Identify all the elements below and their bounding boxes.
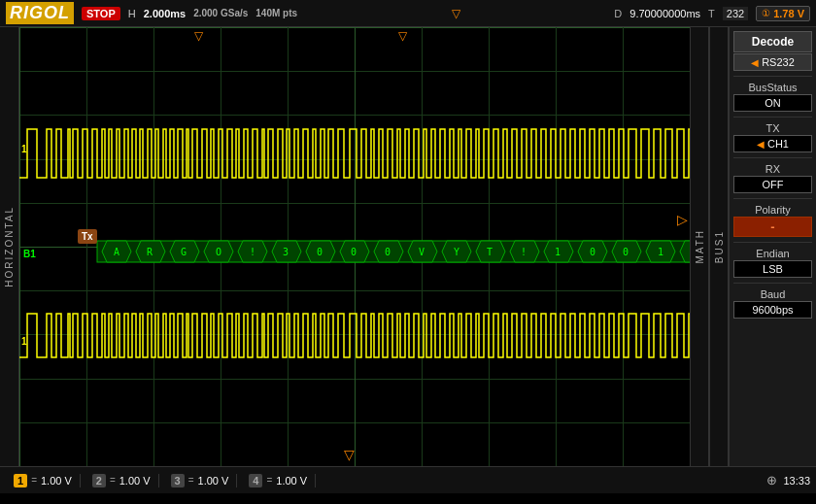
baud-value-text: 9600bps xyxy=(752,304,793,316)
svg-text:V: V xyxy=(419,247,425,257)
busstatus-label: BusStatus xyxy=(733,82,812,93)
t-label: T xyxy=(708,8,715,19)
svg-text:G: G xyxy=(181,247,187,257)
ch1-coupling: = xyxy=(31,475,37,486)
svg-text:A: A xyxy=(114,247,119,257)
ch4-volt: 1.00 V xyxy=(276,475,307,487)
svg-text:1: 1 xyxy=(658,247,663,257)
ch2-info[interactable]: 2 = 1.00 V xyxy=(85,474,159,487)
baud-label: Baud xyxy=(733,288,812,300)
stop-badge[interactable]: STOP xyxy=(82,7,120,20)
sidebar-busstatus-item: BusStatus ON xyxy=(733,82,812,112)
svg-text:0: 0 xyxy=(385,247,391,257)
svg-text:O: O xyxy=(216,247,221,257)
horizontal-label: HORIZONTAL xyxy=(0,27,19,466)
bus1-text: BUS1 xyxy=(714,230,725,263)
sidebar-divider-6 xyxy=(733,283,812,284)
trigger-marker-top: ▽ xyxy=(194,29,203,43)
trig-count: 232 xyxy=(723,7,748,20)
ch1-volt: 1.00 V xyxy=(41,475,72,487)
rigol-logo: RIGOL xyxy=(6,2,74,24)
ch4-num: 4 xyxy=(249,474,262,487)
ch2-num: 2 xyxy=(92,474,106,487)
decode-value-text: RS232 xyxy=(762,56,795,68)
endian-value[interactable]: LSB xyxy=(733,260,812,278)
ch4-coupling: = xyxy=(266,475,272,486)
sidebar-baud-item: Baud 9600bps xyxy=(733,288,812,319)
svg-text:Y: Y xyxy=(454,247,459,257)
tx-value-text: CH1 xyxy=(767,138,789,150)
tx-sidebar-label: TX xyxy=(733,122,812,134)
trig-voltage: 1.78 V xyxy=(773,8,804,19)
memory-depth: 140M pts xyxy=(255,8,297,18)
ch3-coupling: = xyxy=(188,475,194,486)
polarity-value[interactable]: - xyxy=(733,217,812,237)
ch1-num: 1 xyxy=(14,474,27,487)
tx-value[interactable]: ◀ CH1 xyxy=(733,135,812,152)
polarity-label: Polarity xyxy=(733,204,812,216)
busstatus-value[interactable]: ON xyxy=(733,94,812,112)
ch3-num: 3 xyxy=(171,474,185,487)
endian-label: Endian xyxy=(733,248,812,259)
math-text: MATH xyxy=(695,229,705,264)
scope-right-arrow: ▷ xyxy=(677,212,688,227)
ch2-marker: 1 xyxy=(21,336,27,347)
d-label: D xyxy=(614,8,622,19)
decode-label[interactable]: Decode xyxy=(733,31,812,52)
sidebar-polarity-item: Polarity - xyxy=(733,204,812,237)
right-sidebar: Decode ◀ RS232 BusStatus ON TX ◀ CH1 RX xyxy=(729,27,816,466)
svg-text:1: 1 xyxy=(555,247,561,257)
baud-value[interactable]: 9600bps xyxy=(733,301,812,319)
sidebar-divider-2 xyxy=(733,117,812,118)
usb-icon: ⊕ xyxy=(766,473,777,487)
ch2-volt: 1.00 V xyxy=(119,475,151,487)
ch2-coupling: = xyxy=(110,475,116,486)
svg-text:!: ! xyxy=(521,247,527,257)
busstatus-value-text: ON xyxy=(765,97,781,109)
ch1-waveform xyxy=(19,129,690,178)
svg-text:0: 0 xyxy=(623,247,629,257)
sidebar-decode-item: Decode ◀ RS232 xyxy=(733,31,812,71)
svg-text:R: R xyxy=(147,247,153,257)
sample-rate: 2.000 GSa/s xyxy=(193,8,248,18)
ch3-volt: 1.00 V xyxy=(198,475,229,487)
ch4-info[interactable]: 4 = 1.00 V xyxy=(241,474,316,487)
sidebar-divider-4 xyxy=(733,198,812,199)
rx-value-text: OFF xyxy=(763,179,784,190)
svg-text:0: 0 xyxy=(590,247,595,257)
h-label: H xyxy=(128,8,136,19)
main-area: HORIZONTAL xyxy=(0,27,816,466)
tx-label: Tx xyxy=(78,229,97,244)
bus1-label: BUS1 xyxy=(709,27,729,466)
d-value: 9.70000000ms xyxy=(629,8,700,19)
top-bar: RIGOL STOP H 2.000ms 2.000 GSa/s 140M pt… xyxy=(0,0,816,27)
svg-text:3: 3 xyxy=(283,247,289,257)
decode-labels: A R G O ! 3 0 0 0 V Y xyxy=(102,241,690,262)
sidebar-rx-item: RX OFF xyxy=(733,163,812,193)
ch1-info[interactable]: 1 = 1.00 V xyxy=(6,474,81,487)
trig-level-badge: ① 1.78 V xyxy=(756,6,810,21)
rx-value[interactable]: OFF xyxy=(733,176,812,193)
endian-value-text: LSB xyxy=(763,263,783,275)
sidebar-divider-1 xyxy=(733,76,812,77)
decode-value[interactable]: ◀ RS232 xyxy=(733,53,812,71)
ch2-waveform xyxy=(19,314,690,357)
svg-text:!: ! xyxy=(250,247,255,257)
bottom-bar: 1 = 1.00 V 2 = 1.00 V 3 = 1.00 V 4 = 1.0… xyxy=(0,466,816,493)
svg-text:0: 0 xyxy=(351,247,357,257)
scope-bottom-arrow: ▽ xyxy=(344,447,355,462)
sidebar-tx-item: TX ◀ CH1 xyxy=(733,122,812,152)
rx-label: RX xyxy=(733,163,812,175)
ch3-info[interactable]: 3 = 1.00 V xyxy=(163,474,238,487)
trig-level-icon: ① xyxy=(762,8,770,18)
svg-text:0: 0 xyxy=(317,247,323,257)
sidebar-divider-5 xyxy=(733,242,812,243)
time-display: 13:33 xyxy=(783,475,810,487)
math-label: MATH xyxy=(690,27,709,466)
scope-display[interactable]: A R G O ! 3 0 0 0 V Y xyxy=(19,27,690,466)
h-value: 2.000ms xyxy=(144,8,186,19)
top-center-area: ▽ xyxy=(305,7,606,20)
ch1-marker: 1 xyxy=(21,144,27,154)
trigger-marker-center: ▽ xyxy=(398,29,407,43)
bus-indicator: B1 xyxy=(23,249,36,259)
